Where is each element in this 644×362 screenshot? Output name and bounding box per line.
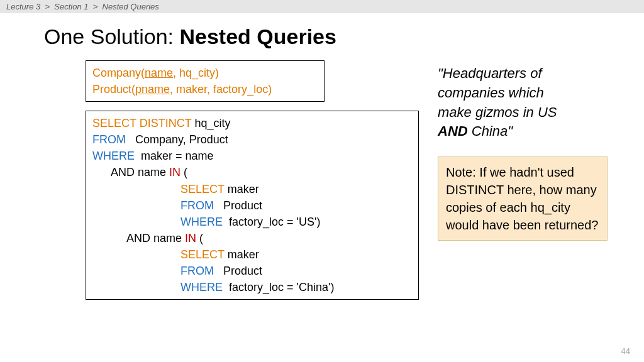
breadcrumb-l3: Nested Queries <box>103 2 159 11</box>
sql-query-box: SELECT DISTINCT hq_city FROM Company, Pr… <box>86 111 419 300</box>
note-box: Note: If we hadn't used DISTINCT here, h… <box>438 156 608 241</box>
breadcrumb-l2: Section 1 <box>54 2 88 11</box>
page-number: 44 <box>621 346 630 356</box>
query-description: "Headquarters of companies which make gi… <box>438 64 608 141</box>
breadcrumb: Lecture 3 > Section 1 > Nested Queries <box>0 0 644 13</box>
breadcrumb-l1: Lecture 3 <box>6 2 40 11</box>
schema-box: Company(name, hq_city) Product(pname, ma… <box>86 60 325 102</box>
page-title: One Solution: Nested Queries <box>44 25 600 49</box>
slide-content: One Solution: Nested Queries Company(nam… <box>0 13 644 300</box>
